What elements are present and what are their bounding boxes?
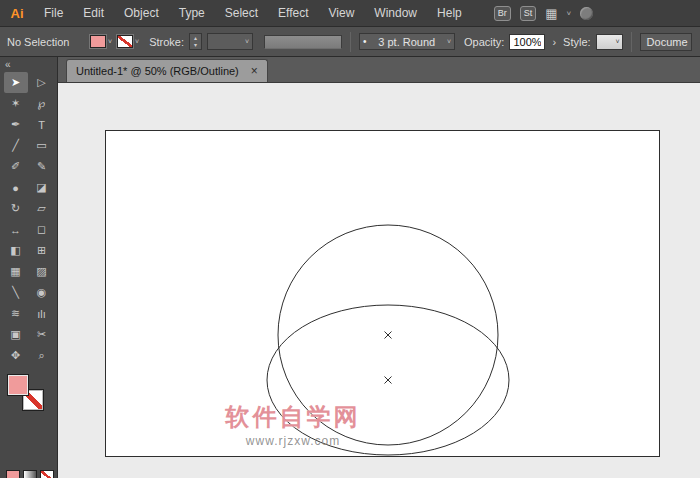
paintbrush-tool[interactable]: ✐ [4,156,28,177]
tab-strip: Untitled-1* @ 50% (RGB/Outline) × [58,57,700,83]
brush-preview-icon: • [363,36,367,47]
stroke-label: Stroke: [149,36,184,48]
outline-shapes [58,83,699,478]
document-tab[interactable]: Untitled-1* @ 50% (RGB/Outline) × [66,59,268,82]
magic-wand-tool[interactable]: ✶ [4,93,28,114]
menu-items: FileEditObjectTypeSelectEffectViewWindow… [34,6,472,20]
stepper-up-icon[interactable]: ▴ [190,35,201,42]
menu-right-icons: Br St ▦ ˅ [494,6,593,21]
brush-chevron-icon[interactable]: ˅ [447,38,451,45]
fill-chevron-icon[interactable]: ˅ [108,38,112,45]
style-chevron-icon[interactable]: ˅ [616,38,620,45]
canvas[interactable]: 软件自学网 www.rjzxw.com [58,83,700,478]
stroke-none-swatch[interactable] [117,35,133,48]
menu-file[interactable]: File [34,6,73,20]
menu-bar: Ai FileEditObjectTypeSelectEffectViewWin… [0,0,700,27]
eyedropper-tool[interactable]: ╲ [4,282,28,303]
menu-effect[interactable]: Effect [268,6,318,20]
arrange-documents-icon[interactable]: ▦ [545,7,557,20]
panel-collapse-icon[interactable]: « [0,57,57,72]
style-combo[interactable]: ˅ [596,34,623,50]
fill-stroke-indicator [7,374,57,420]
mesh-tool[interactable]: ▦ [4,261,28,282]
document-tab-title: Untitled-1* @ 50% (RGB/Outline) [76,65,239,77]
fill-color-control[interactable]: ˅ [90,35,112,48]
divider [631,32,632,52]
stroke-weight-stepper[interactable]: ▴ ▾ [189,33,202,50]
gradient-button[interactable] [23,470,37,478]
variable-width-profile[interactable] [264,35,342,49]
tool-grid: ➤▷✶℘✒T╱▭✐✎●◪↻▱↔◻◧⊞▦▨╲◉≋ılı▣✂✥⌕ [0,72,57,366]
scale-tool[interactable]: ▱ [30,198,54,219]
selection-tool[interactable]: ➤ [4,72,28,93]
slice-tool[interactable]: ✂ [30,324,54,345]
center-marker-icon [385,332,392,339]
stroke-chevron-icon[interactable]: ˅ [135,38,139,45]
blob-brush-tool[interactable]: ● [4,177,28,198]
share-icon[interactable] [580,7,593,20]
pencil-tool[interactable]: ✎ [30,156,54,177]
perspective-grid-tool[interactable]: ⊞ [30,240,54,261]
shape-builder-tool[interactable]: ◧ [4,240,28,261]
rectangle-tool[interactable]: ▭ [30,135,54,156]
blend-tool[interactable]: ◉ [30,282,54,303]
zoom-tool[interactable]: ⌕ [30,345,54,366]
close-icon[interactable]: × [251,65,258,77]
none-button[interactable] [40,470,54,478]
direct-selection-tool[interactable]: ▷ [30,72,54,93]
control-bar: No Selection ˅ ˅ Stroke: ▴ ▾ ˅ • 3 pt. R… [0,27,700,57]
width-tool[interactable]: ↔ [4,219,28,240]
type-tool[interactable]: T [30,114,54,135]
stroke-color-control[interactable]: ˅ [117,35,139,48]
line-segment-tool[interactable]: ╱ [4,135,28,156]
workspace-body: « ➤▷✶℘✒T╱▭✐✎●◪↻▱↔◻◧⊞▦▨╲◉≋ılı▣✂✥⌕ Untitle… [0,57,700,478]
arrange-documents-chevron-icon[interactable]: ˅ [567,9,572,18]
lasso-tool[interactable]: ℘ [30,93,54,114]
opacity-arrow-icon[interactable]: › [550,36,558,48]
pen-tool[interactable]: ✒ [4,114,28,135]
menu-object[interactable]: Object [114,6,169,20]
document-setup-button[interactable]: Docume [640,33,692,51]
color-mode-buttons [6,470,54,478]
hand-tool[interactable]: ✥ [4,345,28,366]
artboard-tool[interactable]: ▣ [4,324,28,345]
illustrator-window: Ai FileEditObjectTypeSelectEffectViewWin… [0,0,700,478]
menu-edit[interactable]: Edit [73,6,114,20]
divider [350,32,351,52]
rotate-tool[interactable]: ↻ [4,198,28,219]
fill-indicator-swatch[interactable] [7,374,29,396]
menu-window[interactable]: Window [364,6,427,20]
selection-status: No Selection [7,36,85,48]
column-graph-tool[interactable]: ılı [30,303,54,324]
symbol-sprayer-tool[interactable]: ≋ [4,303,28,324]
style-label: Style: [563,36,591,48]
eraser-tool[interactable]: ◪ [30,177,54,198]
app-logo: Ai [0,6,34,21]
color-button[interactable] [6,470,20,478]
opacity-label: Opacity: [464,36,504,48]
fill-color-swatch[interactable] [90,35,106,48]
bridge-button[interactable]: Br [494,6,511,21]
menu-type[interactable]: Type [169,6,215,20]
stock-button[interactable]: St [520,6,537,21]
document-area: Untitled-1* @ 50% (RGB/Outline) × 软件自学网 … [58,57,700,478]
gradient-tool[interactable]: ▨ [30,261,54,282]
opacity-input[interactable] [509,34,545,50]
brush-definition-combo[interactable]: • 3 pt. Round ˅ [359,33,455,50]
tools-panel: « ➤▷✶℘✒T╱▭✐✎●◪↻▱↔◻◧⊞▦▨╲◉≋ılı▣✂✥⌕ [0,57,58,478]
free-transform-tool[interactable]: ◻ [30,219,54,240]
menu-view[interactable]: View [319,6,365,20]
brush-definition-value: 3 pt. Round [378,36,435,48]
stroke-weight-chevron-icon[interactable]: ˅ [245,38,249,45]
center-marker-icon [385,377,392,384]
menu-help[interactable]: Help [427,6,472,20]
menu-select[interactable]: Select [215,6,268,20]
stepper-down-icon[interactable]: ▾ [190,42,201,49]
stroke-weight-combo[interactable]: ˅ [207,33,253,50]
